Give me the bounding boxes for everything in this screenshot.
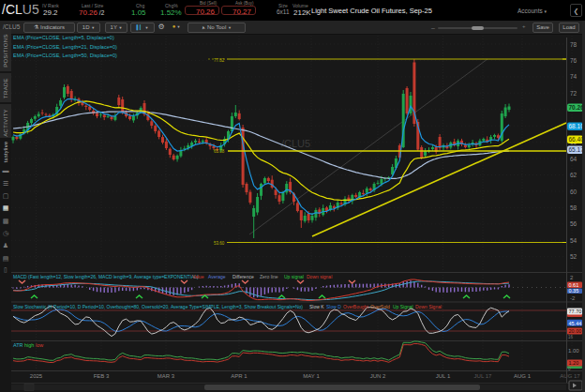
svg-text:62: 62 [570, 172, 578, 178]
svg-text:1.00: 1.00 [568, 348, 579, 354]
svg-text:77.70: 77.70 [569, 309, 582, 314]
svg-text:64: 64 [570, 156, 578, 162]
svg-text:Down signal: Down signal [307, 274, 332, 279]
svg-text:JUL 17: JUL 17 [474, 373, 492, 379]
svg-text:52: 52 [570, 253, 578, 260]
svg-text:Difference: Difference [232, 274, 254, 279]
svg-text:EMA (Price=CLOSE, Length=21, D: EMA (Price=CLOSE, Length=21, Displace=0) [13, 44, 117, 50]
svg-text:Up Signal: Up Signal [393, 304, 413, 309]
svg-text:Zero line: Zero line [260, 274, 278, 279]
svg-text:53.60: 53.60 [214, 241, 225, 246]
svg-text:Up signal: Up signal [284, 274, 304, 279]
svg-text:MAR 3: MAR 3 [158, 373, 175, 379]
svg-text:74: 74 [570, 73, 578, 80]
svg-text:Slow D: Slow D [326, 304, 341, 309]
svg-text:/CLU5: /CLU5 [281, 138, 310, 149]
svg-text:AUG 17: AUG 17 [560, 373, 580, 379]
svg-text:Slow Stochastic (K Period=10,: Slow Stochastic (K Period=10, D Period=1… [13, 304, 303, 309]
svg-text:Value: Value [192, 274, 204, 279]
svg-text:2025: 2025 [30, 373, 43, 379]
svg-text:-2: -2 [570, 295, 576, 301]
svg-text:65.08: 65.08 [214, 149, 225, 154]
svg-text:APR 1: APR 1 [231, 373, 248, 379]
svg-text:OverSold: OverSold [370, 304, 390, 309]
svg-text:ATR: ATR [13, 342, 23, 348]
svg-text:60: 60 [570, 188, 578, 195]
svg-text:OverBought: OverBought [343, 304, 368, 309]
svg-text:Slow K: Slow K [309, 304, 324, 309]
svg-text:Down Signal: Down Signal [415, 304, 442, 309]
svg-text:72: 72 [570, 90, 578, 97]
svg-text:low: low [36, 342, 43, 348]
svg-text:EMA (Price=CLOSE, Length=5, Di: EMA (Price=CLOSE, Length=5, Displace=0) [13, 35, 114, 40]
svg-text:20.00: 20.00 [569, 328, 582, 334]
svg-text:high: high [24, 342, 34, 348]
svg-text:78: 78 [570, 41, 578, 48]
svg-text:JUN 2: JUN 2 [370, 373, 386, 379]
svg-text:76: 76 [570, 57, 578, 64]
svg-text:0.61: 0.61 [569, 282, 579, 288]
svg-text:77.82: 77.82 [214, 58, 225, 63]
svg-text:1.20: 1.20 [569, 360, 579, 366]
svg-text:45.44: 45.44 [569, 321, 582, 326]
svg-text:Average: Average [208, 274, 226, 279]
svg-text:58: 58 [570, 204, 578, 211]
svg-text:54: 54 [570, 237, 578, 244]
svg-text:JUL 1: JUL 1 [436, 373, 451, 379]
svg-text:MAY 1: MAY 1 [303, 373, 320, 379]
svg-text:MACD (Fast length=12, Slow len: MACD (Fast length=12, Slow length=26, MA… [13, 274, 199, 279]
svg-text:16: 16 [568, 335, 574, 339]
svg-text:FEB 3: FEB 3 [94, 373, 110, 379]
svg-text:AUG 1: AUG 1 [514, 373, 532, 379]
svg-text:56: 56 [570, 220, 578, 227]
svg-text:0.35: 0.35 [569, 288, 579, 294]
svg-text:EMA (Price=CLOSE, Length=50, D: EMA (Price=CLOSE, Length=50, Displace=0) [13, 53, 117, 58]
